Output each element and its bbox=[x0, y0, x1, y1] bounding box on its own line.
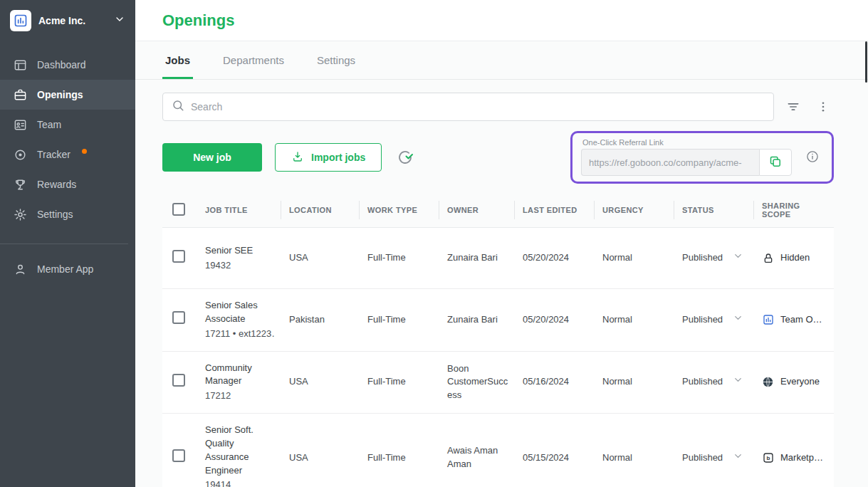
table-header-row: JOB TITLE LOCATION WORK TYPE OWNER LAST … bbox=[162, 192, 834, 228]
sharing-scope-cell[interactable]: Everyone bbox=[753, 375, 834, 389]
column-header-last-edited[interactable]: LAST EDITED bbox=[514, 206, 594, 214]
column-header-sharing-scope[interactable]: SHARING SCOPE bbox=[753, 201, 834, 219]
sharing-scope-cell[interactable]: Team O… bbox=[753, 313, 834, 327]
sidebar-divider bbox=[0, 244, 128, 244]
chevron-down-icon bbox=[114, 14, 125, 28]
status-dropdown[interactable]: Published bbox=[674, 375, 753, 389]
new-job-button[interactable]: New job bbox=[162, 143, 262, 172]
company-logo bbox=[10, 10, 31, 31]
sidebar-item-member-app[interactable]: Member App bbox=[0, 254, 135, 284]
info-icon[interactable] bbox=[802, 146, 823, 167]
filter-icon[interactable] bbox=[783, 96, 804, 117]
sharing-scope-cell[interactable]: Hidden bbox=[753, 251, 834, 265]
job-title: Community Manager bbox=[205, 362, 275, 389]
table-row: Community Manager 17212 USA Full-Time Bo… bbox=[162, 352, 834, 414]
sidebar-item-label: Team bbox=[37, 119, 61, 130]
company-switcher[interactable]: Acme Inc. bbox=[0, 0, 135, 40]
import-jobs-label: Import jobs bbox=[311, 152, 365, 163]
chevron-down-icon bbox=[733, 313, 743, 328]
copy-button[interactable] bbox=[759, 149, 792, 176]
scrollbar-thumb[interactable] bbox=[865, 41, 867, 83]
sidebar-nav: Dashboard Openings Team Tracker bbox=[0, 50, 135, 229]
column-header-work-type[interactable]: WORK TYPE bbox=[359, 206, 439, 214]
job-id: 17212 bbox=[205, 389, 275, 403]
job-urgency: Normal bbox=[594, 313, 674, 327]
briefcase-icon bbox=[13, 88, 27, 102]
column-header-job-title[interactable]: JOB TITLE bbox=[197, 206, 281, 214]
job-id: 17211 • ext1223… bbox=[205, 328, 275, 341]
svg-text:b: b bbox=[766, 455, 770, 461]
row-checkbox[interactable] bbox=[172, 250, 185, 263]
copy-icon bbox=[768, 155, 783, 171]
status-dropdown[interactable]: Published bbox=[674, 451, 753, 466]
sharing-scope-label: Marketp… bbox=[780, 451, 823, 465]
job-location: USA bbox=[281, 375, 359, 389]
job-owner: Awais Aman Aman bbox=[439, 444, 514, 471]
status-dropdown[interactable]: Published bbox=[674, 251, 753, 266]
job-urgency: Normal bbox=[594, 375, 674, 389]
job-title: Senior Soft. Quality Assurance Engineer bbox=[205, 424, 275, 477]
sharing-scope-cell[interactable]: b Marketp… bbox=[753, 451, 834, 465]
job-urgency: Normal bbox=[594, 251, 674, 265]
sync-check-icon[interactable] bbox=[394, 147, 416, 168]
import-icon bbox=[291, 150, 304, 165]
job-location: Pakistan bbox=[281, 313, 359, 327]
search-icon bbox=[172, 99, 184, 115]
status-value: Published bbox=[682, 375, 723, 389]
tab-bar: Jobs Departments Settings bbox=[135, 41, 868, 80]
job-id: 19432 bbox=[205, 259, 275, 273]
kebab-menu-icon[interactable] bbox=[812, 96, 834, 117]
sidebar-item-dashboard[interactable]: Dashboard bbox=[0, 50, 135, 80]
row-checkbox[interactable] bbox=[172, 449, 185, 462]
search-row bbox=[162, 93, 834, 121]
import-jobs-button[interactable]: Import jobs bbox=[275, 143, 382, 172]
job-work-type: Full-Time bbox=[359, 313, 439, 327]
job-title: Senior SEE bbox=[205, 244, 275, 258]
main-area: Openings Jobs Departments Settings bbox=[135, 0, 868, 487]
status-dropdown[interactable]: Published bbox=[674, 313, 753, 328]
column-header-urgency[interactable]: URGENCY bbox=[594, 206, 674, 214]
job-id: 19414 bbox=[205, 478, 275, 487]
job-owner: Zunaira Bari bbox=[439, 313, 514, 327]
search-input-wrapper bbox=[162, 93, 774, 121]
job-owner: Zunaira Bari bbox=[439, 251, 514, 265]
chevron-down-icon bbox=[733, 375, 743, 389]
sidebar-item-rewards[interactable]: Rewards bbox=[0, 169, 135, 199]
content-area: New job Import jobs One-Click Referral L… bbox=[135, 80, 868, 487]
globe-icon bbox=[762, 376, 774, 388]
chevron-down-icon bbox=[733, 451, 743, 466]
status-value: Published bbox=[682, 251, 723, 265]
column-header-owner[interactable]: OWNER bbox=[439, 206, 514, 214]
column-header-status[interactable]: STATUS bbox=[674, 206, 753, 214]
tab-jobs[interactable]: Jobs bbox=[162, 54, 193, 79]
sidebar-item-team[interactable]: Team bbox=[0, 110, 135, 140]
row-checkbox[interactable] bbox=[172, 311, 185, 324]
referral-link-widget: One-Click Referral Link bbox=[570, 131, 834, 184]
referral-link-input[interactable] bbox=[581, 149, 759, 176]
search-input[interactable] bbox=[191, 101, 765, 112]
column-header-location[interactable]: LOCATION bbox=[281, 206, 359, 214]
notification-dot bbox=[82, 149, 87, 154]
sidebar-item-openings[interactable]: Openings bbox=[0, 80, 135, 110]
app-root: Acme Inc. Dashboard Openings bbox=[0, 0, 868, 487]
row-checkbox[interactable] bbox=[172, 374, 185, 387]
sidebar-item-tracker[interactable]: Tracker bbox=[0, 140, 135, 169]
sharing-scope-label: Everyone bbox=[780, 375, 820, 389]
tracker-icon bbox=[13, 147, 27, 162]
tab-settings[interactable]: Settings bbox=[314, 54, 358, 79]
select-all-checkbox[interactable] bbox=[172, 203, 185, 216]
sidebar-item-label: Openings bbox=[37, 89, 83, 100]
trophy-icon bbox=[13, 177, 27, 192]
job-owner: Boon CustomerSuccess bbox=[439, 362, 514, 403]
tab-departments[interactable]: Departments bbox=[220, 54, 287, 79]
team-icon bbox=[13, 117, 27, 132]
sidebar-item-label: Dashboard bbox=[37, 59, 86, 70]
person-icon bbox=[13, 262, 27, 276]
job-last-edited: 05/20/2024 bbox=[514, 313, 594, 327]
status-value: Published bbox=[682, 451, 723, 465]
page-title: Openings bbox=[162, 11, 234, 30]
sidebar-item-settings[interactable]: Settings bbox=[0, 199, 135, 229]
table-row: Senior SEE 19432 USA Full-Time Zunaira B… bbox=[162, 228, 834, 289]
actions-row: New job Import jobs One-Click Referral L… bbox=[162, 131, 834, 184]
sharing-scope-label: Team O… bbox=[780, 313, 822, 327]
